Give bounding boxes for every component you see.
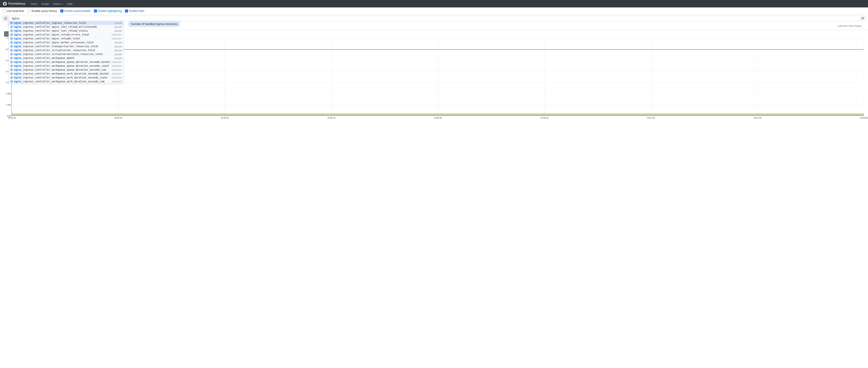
option-1[interactable]: Enable query history [28, 9, 57, 12]
autocomplete-item[interactable]: nginx_ingress_controller_workqueue_work_… [9, 80, 124, 83]
metric-name: nginx_ingress_controller_virtualserver_r… [14, 49, 113, 52]
query-stats: Load time: 43ms Resolu [838, 25, 863, 27]
svg-rect-1 [4, 5, 6, 5]
execute-icon [861, 17, 864, 20]
autocomplete-item[interactable]: nginx_ingress_controller_workqueue_queue… [9, 68, 124, 72]
metric-name: nginx_ingress_controller_workqueue_queue… [14, 68, 110, 72]
series-line[interactable] [12, 49, 864, 50]
option-checkbox-4[interactable] [125, 9, 128, 12]
execute-button[interactable] [860, 16, 865, 21]
metric-icon [10, 33, 13, 36]
metric-icon [10, 30, 13, 32]
autocomplete-item[interactable]: nginx_ingress_controller_nginx_reload_er… [9, 33, 124, 37]
metric-icon [10, 61, 13, 63]
brand[interactable]: Prometheus [3, 2, 26, 6]
nav-link-status[interactable]: Status [51, 2, 65, 5]
option-checkbox-1[interactable] [28, 9, 30, 12]
metric-name: nginx_ingress_controller_nginx_worker_pr… [14, 41, 113, 44]
metric-name: nginx_ingress_controller_nginx_reload_er… [14, 33, 110, 36]
graph-controls: – [0, 30, 868, 38]
option-2[interactable]: Enable autocomplete [60, 9, 91, 12]
x-axis-label: 18:07:00 [647, 116, 655, 119]
y-axis-label: 1.00k [6, 104, 12, 106]
metric-type: counter [112, 60, 122, 64]
option-label: Enable query history [32, 9, 57, 12]
x-axis-label: 18:04:00 [8, 116, 16, 119]
autocomplete-item[interactable]: nginx_ingress_controller_workqueue_work_… [9, 76, 124, 80]
autocomplete-item[interactable]: nginx_ingress_controller_nginx_reloads_t… [9, 37, 124, 40]
metric-icon [10, 80, 13, 83]
navbar: Prometheus AlertsGraphStatusHelp [0, 0, 868, 7]
option-4[interactable]: Enable linter [125, 9, 145, 12]
svg-rect-5 [863, 17, 864, 19]
metric-type: gauge [114, 49, 122, 52]
autocomplete-item[interactable]: nginx_ingress_controller_workqueue_queue… [9, 60, 124, 64]
metric-type: counter [112, 72, 122, 76]
option-3[interactable]: Enable highlighting [94, 9, 122, 12]
metric-name: nginx_ingress_controller_workqueue_queue… [14, 64, 110, 68]
autocomplete-item[interactable]: nginx_ingress_controller_virtualserverro… [9, 52, 124, 56]
x-axis-label: 18:06:30 [540, 116, 548, 119]
brand-text: Prometheus [8, 2, 26, 6]
nav-link-graph[interactable]: Graph [39, 2, 51, 5]
autocomplete-item[interactable]: nginx_ingress_controller_ingress_resourc… [9, 21, 124, 25]
metric-type: counter [112, 33, 122, 36]
metric-name: nginx_ingress_controller_virtualserverro… [14, 52, 113, 56]
metric-icon [10, 22, 13, 24]
metric-icon [10, 76, 13, 79]
metric-name: nginx_ingress_controller_workqueue_work_… [14, 72, 110, 76]
series-line[interactable] [12, 115, 864, 116]
search-button[interactable] [3, 16, 8, 21]
metric-help-tooltip: Number of handled ingress resources [129, 21, 180, 27]
metric-name: nginx_ingress_controller_nginx_last_relo… [14, 29, 113, 32]
metric-icon [10, 49, 13, 52]
option-checkbox-3[interactable] [94, 9, 97, 12]
graph-plot[interactable]: 7.00k6.00k5.00k4.00k3.00k2.00k1.00k0.001… [4, 38, 864, 120]
option-checkbox-2[interactable] [60, 9, 63, 12]
metric-icon [10, 45, 13, 48]
metric-name: nginx_ingress_controller_transportserver… [14, 45, 113, 48]
option-0[interactable]: Use local time [3, 9, 24, 12]
metric-type: counter [112, 64, 122, 68]
series-line[interactable] [12, 114, 864, 114]
y-axis-label: 2.00k [6, 92, 12, 95]
nav-links: AlertsGraphStatusHelp [29, 2, 74, 5]
metric-name: nginx_ingress_controller_nginx_last_relo… [14, 25, 113, 29]
series-line[interactable] [12, 115, 864, 115]
metric-name: nginx_ingress_controller_nginx_reloads_t… [14, 37, 110, 40]
metric-type: counter [112, 80, 122, 83]
x-axis-label: 18:06:00 [434, 116, 442, 119]
option-label: Use local time [7, 9, 24, 12]
metric-type: gauge [114, 25, 122, 29]
autocomplete-dropdown: nginx_ingress_controller_ingress_resourc… [8, 21, 124, 84]
autocomplete-item[interactable]: nginx_ingress_controller_virtualserver_r… [9, 48, 124, 52]
svg-point-2 [4, 17, 6, 19]
metric-name: nginx_ingress_controller_ingress_resourc… [14, 21, 113, 25]
nav-link-help[interactable]: Help [65, 2, 74, 5]
autocomplete-item[interactable]: nginx_ingress_controller_transportserver… [9, 45, 124, 48]
metric-icon [10, 26, 13, 28]
metric-name: nginx_ingress_controller_workqueue_work_… [14, 80, 110, 83]
metric-type: gauge [114, 21, 122, 25]
x-axis-label: 18:04:30 [114, 116, 122, 119]
query-options: Use local timeEnable query historyEnable… [0, 7, 868, 15]
autocomplete-item[interactable]: nginx_ingress_controller_nginx_last_relo… [9, 29, 124, 33]
nav-link-alerts[interactable]: Alerts [29, 2, 39, 5]
option-label: Enable linter [129, 9, 145, 12]
option-checkbox-0[interactable] [3, 9, 6, 12]
metric-icon [10, 41, 13, 44]
metric-name: nginx_ingress_controller_workqueue_work_… [14, 76, 110, 79]
option-label: Enable autocomplete [64, 9, 91, 12]
autocomplete-item[interactable]: nginx_ingress_controller_workqueue_depth… [9, 56, 124, 60]
graph-container: 7.00k6.00k5.00k4.00k3.00k2.00k1.00k0.001… [0, 38, 868, 122]
metric-type: counter [112, 68, 122, 72]
prometheus-logo-icon [3, 2, 7, 6]
autocomplete-item[interactable]: nginx_ingress_controller_workqueue_work_… [9, 72, 124, 76]
autocomplete-item[interactable]: nginx_ingress_controller_workqueue_queue… [9, 64, 124, 68]
autocomplete-item[interactable]: nginx_ingress_controller_nginx_last_relo… [9, 25, 124, 29]
metric-type: counter [112, 37, 122, 40]
expression-input[interactable] [10, 16, 859, 21]
metric-icon [10, 68, 13, 71]
x-axis-label: 18:07:30 [753, 116, 762, 119]
autocomplete-item[interactable]: nginx_ingress_controller_nginx_worker_pr… [9, 40, 124, 45]
